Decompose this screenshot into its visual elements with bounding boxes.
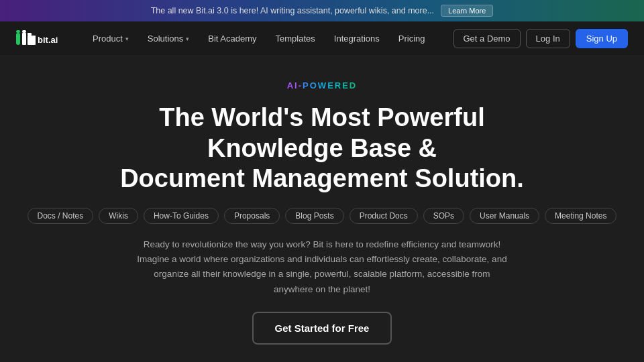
tag-user-manuals[interactable]: User Manuals — [470, 208, 539, 224]
navbar: bit.ai Product ▾ Solutions ▾ Bit Academy… — [0, 21, 644, 56]
tag-wikis[interactable]: Wikis — [99, 208, 138, 224]
svg-rect-4 — [28, 36, 36, 45]
tag-meeting-notes[interactable]: Meeting Notes — [545, 208, 616, 224]
tag-sops[interactable]: SOPs — [423, 208, 464, 224]
announcement-text: The all new Bit.ai 3.0 is here! AI writi… — [151, 6, 434, 15]
chevron-down-icon: ▾ — [186, 36, 189, 42]
tag-how-to-guides[interactable]: How-To Guides — [144, 208, 219, 224]
hero-title: The World's Most Powerful Knowledge Base… — [120, 103, 524, 194]
nav-item-integrations[interactable]: Integrations — [326, 29, 388, 48]
ai-powered-badge: AI-POWERED — [287, 80, 358, 90]
nav-actions: Get a Demo Log In Sign Up — [453, 29, 629, 48]
svg-text:bit.ai: bit.ai — [38, 35, 58, 45]
nav-item-pricing[interactable]: Pricing — [390, 29, 433, 48]
tags-row: Docs / Notes Wikis How-To Guides Proposa… — [28, 208, 617, 224]
nav-item-templates[interactable]: Templates — [268, 29, 323, 48]
nav-item-product[interactable]: Product ▾ — [85, 29, 137, 48]
hero-section: AI-POWERED The World's Most Powerful Kno… — [0, 56, 644, 362]
login-button[interactable]: Log In — [526, 29, 570, 48]
logo-icon: bit.ai — [16, 30, 63, 48]
tag-product-docs[interactable]: Product Docs — [350, 208, 418, 224]
get-demo-button[interactable]: Get a Demo — [453, 29, 521, 48]
svg-rect-1 — [16, 30, 20, 33]
svg-rect-0 — [16, 33, 20, 45]
powered-text: POWERED — [303, 80, 357, 90]
svg-rect-5 — [28, 33, 32, 36]
svg-rect-2 — [22, 33, 26, 45]
svg-rect-3 — [22, 30, 26, 33]
get-started-button[interactable]: Get Started for Free — [252, 312, 392, 345]
nav-links: Product ▾ Solutions ▾ Bit Academy Templa… — [85, 29, 453, 48]
logo-area[interactable]: bit.ai — [16, 30, 63, 48]
chevron-down-icon: ▾ — [125, 36, 129, 42]
nav-item-academy[interactable]: Bit Academy — [200, 29, 264, 48]
hero-description: Ready to revolutionize the way you work?… — [134, 237, 510, 297]
tag-proposals[interactable]: Proposals — [224, 208, 280, 224]
tag-docs-notes[interactable]: Docs / Notes — [28, 208, 94, 224]
tag-blog-posts[interactable]: Blog Posts — [285, 208, 343, 224]
nav-item-solutions[interactable]: Solutions ▾ — [140, 29, 197, 48]
signup-button[interactable]: Sign Up — [576, 29, 628, 48]
ai-text: AI- — [287, 80, 303, 90]
announcement-bar: The all new Bit.ai 3.0 is here! AI writi… — [0, 0, 644, 21]
learn-more-button[interactable]: Learn More — [441, 5, 493, 17]
